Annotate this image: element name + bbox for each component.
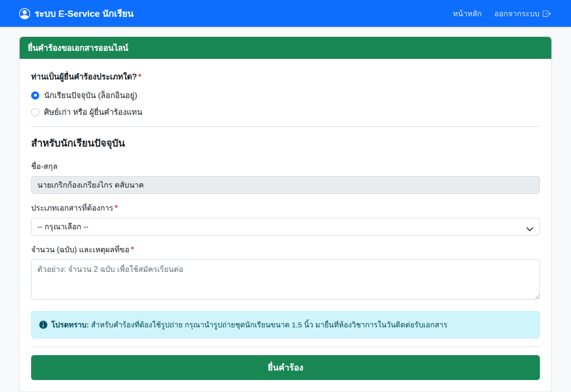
app-brand[interactable]: ระบบ E-Service นักเรียน [19, 6, 134, 21]
name-field-label: ชื่อ-สกุล [31, 160, 540, 172]
card-header-title: ยื่นคำร้องขอเอกสารออนไลน์ [20, 37, 551, 59]
doc-type-select[interactable]: -- กรุณาเลือก -- [31, 218, 540, 235]
request-form-card: ยื่นคำร้องขอเอกสารออนไลน์ ท่านเป็นผู้ยื่… [19, 36, 552, 392]
nav-link-logout[interactable]: ออกจากระบบ [494, 8, 551, 20]
navbar-links: หน้าหลัก ออกจากระบบ [453, 8, 551, 20]
top-navbar: ระบบ E-Service นักเรียน หน้าหลัก ออกจากร… [0, 0, 571, 27]
card-body: ท่านเป็นผู้ยื่นคำร้องประเภทใด?* นักเรียน… [20, 59, 551, 392]
radio-button-unchecked[interactable] [31, 108, 39, 116]
name-field [31, 176, 540, 194]
person-circle-icon [19, 8, 30, 19]
logout-icon [543, 10, 551, 18]
nav-link-home[interactable]: หน้าหลัก [453, 8, 482, 20]
name-field-group: ชื่อ-สกุล [31, 160, 540, 194]
info-circle-icon [39, 321, 47, 329]
divider [31, 126, 540, 127]
notice-alert: โปรดทราบ: สำหรับคำร้องที่ต้องใช้รูปถ่าย … [31, 311, 540, 338]
radio-option-alumni-proxy[interactable]: ศิษย์เก่า หรือ ผู้ยื่นคำร้องแทน [31, 106, 540, 118]
doc-type-field-group: ประเภทเอกสารที่ต้องการ* -- กรุณาเลือก -- [31, 202, 540, 235]
applicant-type-question: ท่านเป็นผู้ยื่นคำร้องประเภทใด?* [31, 70, 540, 83]
required-asterisk: * [115, 204, 118, 212]
required-asterisk: * [138, 72, 141, 81]
doc-type-selected-value: -- กรุณาเลือก -- [37, 221, 89, 233]
radio-label: นักเรียนปัจจุบัน (ล็อกอินอยู่) [44, 89, 137, 101]
divider [31, 347, 540, 347]
radio-button-checked[interactable] [31, 91, 39, 100]
radio-label: ศิษย์เก่า หรือ ผู้ยื่นคำร้องแทน [44, 106, 142, 118]
doc-type-field-label: ประเภทเอกสารที่ต้องการ* [31, 202, 540, 214]
reason-field-group: จำนวน (ฉบับ) และเหตุผลที่ขอ* [31, 244, 540, 302]
section-heading: สำหรับนักเรียนปัจจุบัน [31, 135, 540, 151]
reason-textarea[interactable] [31, 259, 540, 300]
radio-option-current-student[interactable]: นักเรียนปัจจุบัน (ล็อกอินอยู่) [31, 89, 540, 101]
reason-field-label: จำนวน (ฉบับ) และเหตุผลที่ขอ* [31, 244, 540, 256]
notice-text: โปรดทราบ: สำหรับคำร้องที่ต้องใช้รูปถ่าย … [51, 319, 448, 330]
submit-request-button[interactable]: ยื่นคำร้อง [31, 355, 540, 380]
app-title: ระบบ E-Service นักเรียน [34, 6, 134, 21]
required-asterisk: * [131, 246, 134, 254]
chevron-down-icon [526, 225, 533, 234]
main-content: ยื่นคำร้องขอเอกสารออนไลน์ ท่านเป็นผู้ยื่… [0, 36, 571, 392]
